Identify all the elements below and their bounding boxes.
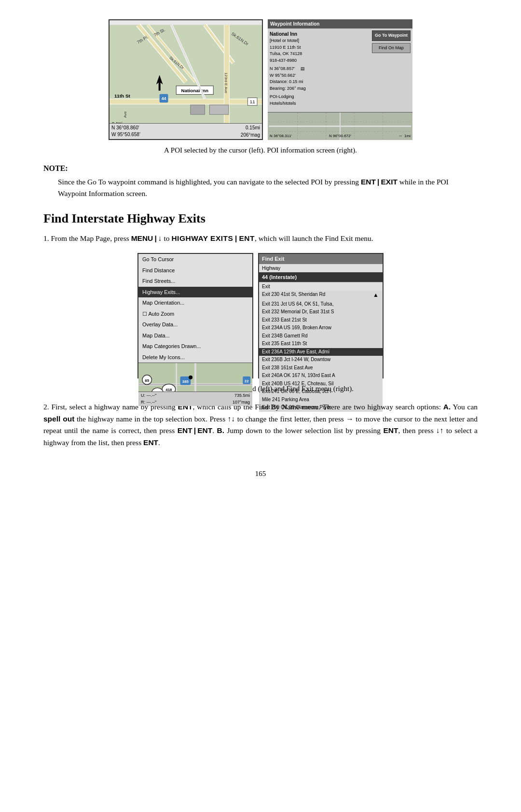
exit-item-1[interactable]: Exit 231 Jct US 64, OK 51, Tulsa, xyxy=(259,300,383,308)
note-text: Since the Go To waypoint command is high… xyxy=(58,176,478,199)
poi-name: National Inn xyxy=(270,30,368,38)
page-number: 165 xyxy=(43,468,478,479)
note-text-prefix: Since the Go To waypoint command is high… xyxy=(58,178,361,186)
menu-item-5[interactable]: ☐ Auto Zoom xyxy=(138,308,252,320)
left-map-screen: 7th St. 7th Pl. Sk.61N.Dr 123rd E Ave 44… xyxy=(109,19,263,140)
to-text: to xyxy=(446,426,452,434)
menu-u-r: U: ---.--" R: ---.--" xyxy=(141,392,156,406)
menu-map-area: 85 418 385 22 20 U: ---.--" xyxy=(138,363,252,406)
svg-rect-28 xyxy=(191,105,205,114)
exit-item-10[interactable]: Exit 240A OK 167 N, 193rd East A xyxy=(259,372,383,380)
waypoint-title-bar: Waypoint Information xyxy=(268,19,412,28)
exit-item-0[interactable]: Exit 230 41st St, Sheridan Rd▲ xyxy=(259,291,383,300)
svg-text:85: 85 xyxy=(145,378,149,383)
menu-item-1[interactable]: Find Distance xyxy=(138,265,252,276)
find-exit-highway-label: Highway xyxy=(259,264,383,272)
coord-w: W 95°50.658' xyxy=(111,131,140,138)
note-label: NOTE: xyxy=(43,163,478,174)
ent-bold2: ENT xyxy=(383,426,398,434)
svg-text:11: 11 xyxy=(250,99,255,104)
map-bottom-bar: N 36°08.860' W 95°50.658' 0.15mi 206°mag xyxy=(110,123,262,139)
b-bold: B. xyxy=(217,426,225,434)
menu-bottom-bar: U: ---.--" R: ---.--" 735.5mi 107°mag xyxy=(138,392,252,406)
menu-dist-bearing: 735.5mi 107°mag xyxy=(233,392,250,406)
map-coords: N 36°08.860' W 95°50.658' xyxy=(111,125,140,138)
svg-point-55 xyxy=(189,376,192,379)
exit-item-7[interactable]: Exit 236A 129th Ave East, Admi xyxy=(259,348,383,356)
exit-item-2[interactable]: Exit 232 Memorial Dr, East 31st S xyxy=(259,308,383,316)
poi-coord-n: N 36°08.857' ▤ xyxy=(270,66,368,72)
goto-waypoint-btn[interactable]: Go To Waypoint xyxy=(372,30,411,41)
para1-highway: Highway Exits | ENT xyxy=(171,234,255,242)
svg-text:44: 44 xyxy=(162,96,166,101)
paragraph-1: 1. From the Map Page, press MENU | ↓ to … xyxy=(43,233,478,245)
svg-text:22: 22 xyxy=(245,379,249,383)
svg-text:123rd E Ave: 123rd E Ave xyxy=(224,72,228,93)
svg-text:11th St: 11th St xyxy=(114,93,131,98)
coord-n: N 36°08.860' xyxy=(111,125,140,131)
ent-ent-bold: ENT | ENT xyxy=(178,426,213,434)
bottom-caption: Find Highway Exits command (left) and Fi… xyxy=(43,383,478,394)
menu-item-9[interactable]: Delete My Icons... xyxy=(138,352,252,363)
right-waypoint-screen: Waypoint Information National Inn [Hotel… xyxy=(268,19,412,140)
mini-map-w: N 96°00.672' xyxy=(329,133,351,139)
poi-type: [Hotel or Motel] xyxy=(270,38,368,44)
find-exit-highway-value: 44 (Interstate) xyxy=(259,272,383,282)
exit-item-3[interactable]: Exit 233 East 21st St xyxy=(259,316,383,324)
find-exit-title: Find Exit xyxy=(259,254,383,264)
poi-city: Tulsa, OK 74128 xyxy=(270,51,368,57)
top-caption: A POI selected by the cursor (left). POI… xyxy=(43,145,478,156)
svg-rect-11 xyxy=(110,99,262,104)
poi-phone: 918-437-8980 xyxy=(270,57,368,64)
poi-category: POI-Lodging xyxy=(270,94,368,100)
exit-item-9[interactable]: Exit 238 161st East Ave xyxy=(259,364,383,372)
bearing-value: 206°mag xyxy=(241,131,260,139)
spell-out-bold: spell out xyxy=(43,415,74,423)
poi-coord-w: W 95°50.662' xyxy=(270,72,368,79)
svg-text:385: 385 xyxy=(182,379,189,384)
menu-item-4[interactable]: Map Orientation... xyxy=(138,297,252,308)
ent-bold3: ENT xyxy=(143,438,158,447)
menu-item-6[interactable]: Overlay Data... xyxy=(138,319,252,330)
exit-item-8[interactable]: Exit 236B Jct I-244 W, Downtow xyxy=(259,356,383,364)
exit-item-4[interactable]: Exit 234A US 169, Broken Arrow xyxy=(259,324,383,332)
waypoint-content: National Inn [Hotel or Motel] 11910 E 11… xyxy=(268,28,412,109)
paragraph-2: 2. First, select a highway name by press… xyxy=(43,401,478,449)
para1-prefix: 1. From the Map Page, press xyxy=(43,234,131,242)
para1-menu-key: MENU | ↓ xyxy=(131,234,162,242)
a-bold: A. xyxy=(443,403,451,411)
poi-bearing: Bearing: 206° mag xyxy=(270,85,368,92)
menu-item-3[interactable]: Highway Exits... xyxy=(138,287,252,298)
poi-subcategory: Hotels/Motels xyxy=(270,100,368,107)
poi-address: 11910 E 11th St xyxy=(270,44,368,51)
top-images-container: 7th St. 7th Pl. Sk.61N.Dr 123rd E Ave 44… xyxy=(43,19,478,140)
bottom-images-container: Go To CursorFind DistanceFind Streets...… xyxy=(43,253,478,378)
poi-distance: Distance: 0.15 mi xyxy=(270,79,368,85)
waypoint-right-panel: Go To Waypoint Find On Map xyxy=(370,28,412,109)
section-heading: Find Interstate Highway Exits xyxy=(43,209,478,228)
find-exit-exit-label: Exit xyxy=(259,282,383,291)
svg-rect-29 xyxy=(209,105,229,114)
menu-item-2[interactable]: Find Streets... xyxy=(138,276,252,287)
exit-item-6[interactable]: Exit 235 East 11th St xyxy=(259,340,383,348)
left-menu-screen: Go To CursorFind DistanceFind Streets...… xyxy=(137,253,253,378)
para1-middle: to xyxy=(162,234,172,242)
menu-list: Go To CursorFind DistanceFind Streets...… xyxy=(138,254,252,363)
find-on-map-btn[interactable]: Find On Map xyxy=(372,43,411,54)
find-exit-screen: Find Exit Highway 44 (Interstate) Exit E… xyxy=(258,253,384,378)
para1-suffix: , which will launch the Find Exit menu. xyxy=(255,234,373,242)
menu-item-0[interactable]: Go To Cursor xyxy=(138,254,252,265)
menu-item-7[interactable]: Map Data... xyxy=(138,330,252,341)
waypoint-left-panel: National Inn [Hotel or Motel] 11910 E 11… xyxy=(268,28,370,109)
mini-map-scale: ↔ 1mi xyxy=(398,133,411,139)
svg-text:Ave: Ave xyxy=(123,111,127,118)
note-bold: ENT | EXIT xyxy=(361,178,398,186)
mini-map-n: N 36°08.311' xyxy=(270,133,292,139)
dist-value: 0.15mi xyxy=(241,124,260,131)
map-dist: 0.15mi 206°mag xyxy=(241,124,260,139)
note-section: NOTE: Since the Go To waypoint command i… xyxy=(43,163,478,199)
svg-text:National Inn: National Inn xyxy=(181,88,208,93)
exit-item-5[interactable]: Exit 234B Garnett Rd xyxy=(259,332,383,340)
waypoint-mini-map: N 36°08.311' N 96°00.672' ↔ 1mi xyxy=(268,112,412,140)
menu-item-8[interactable]: Map Categories Drawn... xyxy=(138,341,252,352)
